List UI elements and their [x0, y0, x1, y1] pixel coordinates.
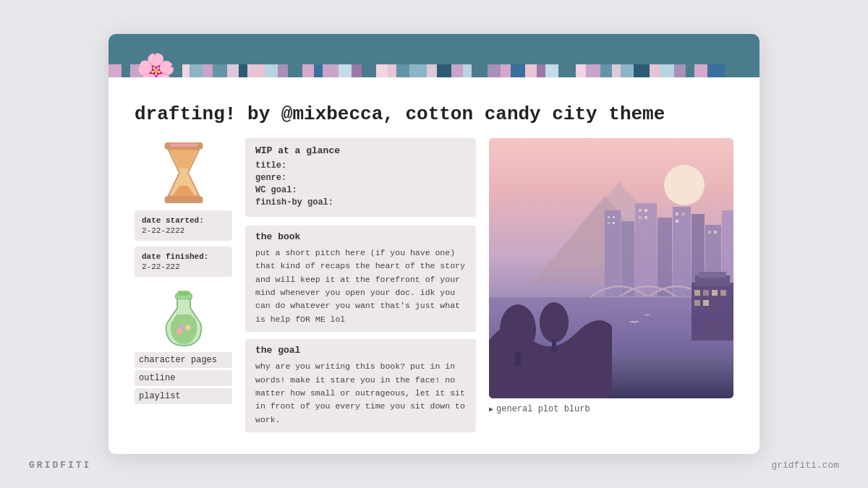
brand-watermark-left: GRIDFITI	[29, 460, 91, 471]
goal-section-title: the goal	[255, 345, 466, 356]
svg-rect-2	[169, 143, 197, 147]
svg-rect-22	[639, 209, 642, 212]
expand-arrow-icon: ▶	[489, 405, 493, 414]
svg-rect-40	[515, 351, 521, 366]
svg-rect-27	[682, 213, 685, 215]
svg-point-4	[185, 325, 190, 330]
svg-rect-29	[708, 231, 711, 234]
svg-rect-1	[164, 196, 203, 203]
center-content: WIP at a glance title: genre: WC goal: f…	[245, 138, 476, 440]
left-sidebar: date started: 2-22-2222 date finished: 2…	[135, 138, 232, 440]
page-title: drafting! by @mixbecca, cotton candy cit…	[135, 103, 733, 125]
wip-wc-row: WC goal:	[255, 185, 466, 195]
svg-rect-18	[608, 216, 610, 218]
wip-finish-row: finish-by goal:	[255, 197, 466, 207]
svg-rect-30	[714, 231, 717, 234]
svg-rect-49	[720, 290, 726, 296]
window-header: 🌸	[109, 34, 760, 77]
svg-rect-28	[676, 220, 678, 223]
date-started-section: date started: 2-22-2222	[135, 210, 232, 241]
book-section-title: the book	[255, 231, 466, 242]
svg-point-41	[540, 302, 569, 343]
svg-rect-45	[699, 272, 726, 278]
svg-rect-25	[644, 216, 647, 219]
svg-point-3	[176, 328, 182, 334]
svg-rect-19	[613, 216, 615, 218]
character-pages-link[interactable]: character pages	[135, 352, 232, 368]
book-section-text: put a short pitch here (if you have one)…	[255, 247, 466, 326]
svg-rect-46	[694, 290, 700, 296]
svg-rect-21	[613, 222, 615, 224]
svg-point-5	[179, 324, 184, 328]
brand-watermark-right: gridfiti.com	[771, 460, 839, 471]
wip-title: WIP at a glance	[255, 145, 466, 156]
svg-rect-26	[676, 213, 678, 215]
wip-box: WIP at a glance title: genre: WC goal: f…	[245, 138, 476, 217]
svg-rect-50	[694, 300, 700, 306]
right-panel: ▶ general plot blurb	[489, 138, 733, 440]
wip-title-row: title:	[255, 160, 466, 171]
main-layout: date started: 2-22-2222 date finished: 2…	[135, 138, 733, 440]
content-area: drafting! by @mixbecca, cotton candy cit…	[109, 77, 760, 454]
date-finished-label: date finished:	[142, 252, 225, 261]
svg-point-9	[664, 165, 705, 205]
city-illustration	[489, 138, 733, 398]
playlist-link[interactable]: playlist	[135, 388, 232, 404]
book-section: the book put a short pitch here (if you …	[245, 226, 476, 332]
svg-rect-48	[712, 290, 718, 296]
wip-genre-row: genre:	[255, 173, 466, 183]
flower-decoration: 🌸	[136, 51, 176, 77]
svg-rect-24	[639, 216, 642, 219]
svg-point-39	[500, 304, 536, 355]
svg-rect-23	[644, 209, 647, 212]
date-finished-value: 2-22-222	[142, 262, 225, 271]
svg-rect-42	[552, 339, 556, 352]
svg-rect-51	[703, 300, 709, 306]
svg-rect-47	[703, 290, 709, 296]
goal-section-text: why are you writing this book? put in in…	[255, 360, 466, 427]
date-finished-section: date finished: 2-22-222	[135, 247, 232, 277]
svg-rect-13	[658, 218, 672, 297]
svg-rect-14	[673, 207, 691, 297]
hourglass-icon	[158, 138, 210, 202]
potion-icon	[159, 290, 208, 342]
general-plot-label[interactable]: ▶ general plot blurb	[489, 404, 733, 414]
sidebar-links: character pages outline playlist	[135, 352, 232, 406]
main-window: 🌸 drafting! by @mixbecca, cotton candy c…	[109, 34, 760, 454]
date-started-label: date started:	[142, 216, 225, 225]
date-started-value: 2-22-2222	[142, 226, 225, 235]
goal-section: the goal why are you writing this book? …	[245, 339, 476, 432]
svg-rect-7	[176, 291, 190, 296]
outline-link[interactable]: outline	[135, 370, 232, 386]
svg-rect-20	[608, 222, 610, 224]
pixel-decoration	[109, 64, 760, 77]
